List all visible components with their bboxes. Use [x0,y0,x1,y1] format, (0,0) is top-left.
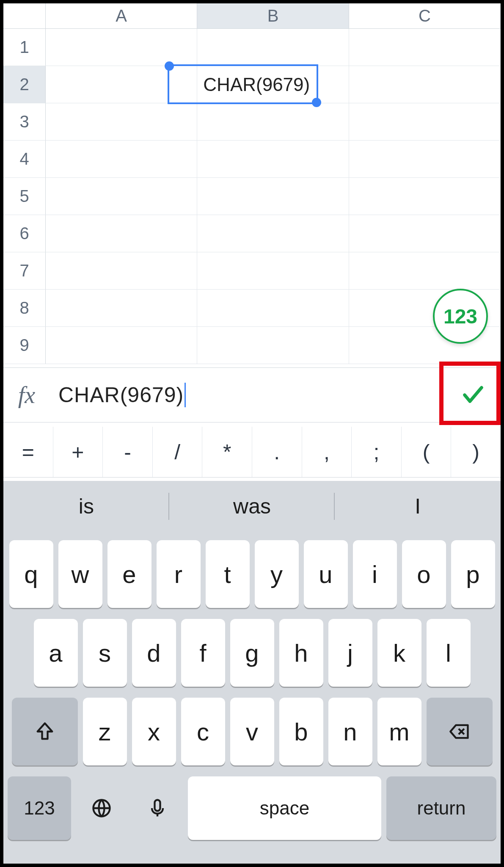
key-w[interactable]: w [58,540,102,608]
row-header-1[interactable]: 1 [3,29,46,66]
cell-A5[interactable] [46,178,197,215]
row-header-2[interactable]: 2 [3,66,46,103]
op-semicolon[interactable]: ; [352,427,402,477]
cell-B7[interactable] [197,252,349,289]
key-z[interactable]: z [83,698,127,765]
shift-icon [34,721,56,743]
select-all-corner[interactable] [3,3,46,28]
cell-C5[interactable] [349,178,501,215]
cell-B9[interactable] [197,327,349,364]
numeric-keypad-button[interactable]: 123 [433,289,488,344]
key-i[interactable]: i [353,540,397,608]
row-header-7[interactable]: 7 [3,252,46,289]
formula-bar: fx CHAR(9679) [3,367,501,422]
row-header-5[interactable]: 5 [3,178,46,215]
key-t[interactable]: t [206,540,250,608]
key-y[interactable]: y [255,540,299,608]
row-header-9[interactable]: 9 [3,327,46,364]
op-asterisk[interactable]: * [202,427,252,477]
cell-B6[interactable] [197,215,349,252]
column-header-C[interactable]: C [349,3,501,28]
cell-C1[interactable] [349,29,501,66]
key-n[interactable]: n [328,698,372,765]
key-c[interactable]: c [181,698,225,765]
cell-A7[interactable] [46,252,197,289]
op-plus[interactable]: + [53,427,103,477]
column-headers: A B C [3,3,501,29]
cell-B1[interactable] [197,29,349,66]
row-header-4[interactable]: 4 [3,141,46,177]
op-lparen[interactable]: ( [402,427,452,477]
key-f[interactable]: f [181,619,225,687]
key-shift[interactable] [12,698,78,765]
op-equals[interactable]: = [3,427,53,477]
cell-C3[interactable] [349,103,501,140]
key-m[interactable]: m [377,698,421,765]
row-5: 5 [3,178,501,215]
key-q[interactable]: q [9,540,53,608]
key-a[interactable]: a [34,619,78,687]
key-k[interactable]: k [377,619,421,687]
key-x[interactable]: x [132,698,176,765]
op-dot[interactable]: . [252,427,302,477]
suggestion-2[interactable]: was [169,481,335,532]
op-minus[interactable]: - [103,427,153,477]
cell-A8[interactable] [46,290,197,326]
key-123[interactable]: 123 [8,776,71,840]
key-h[interactable]: h [279,619,323,687]
backspace-icon [449,721,471,743]
key-u[interactable]: u [304,540,348,608]
key-r[interactable]: r [157,540,201,608]
suggestion-1[interactable]: is [3,481,169,532]
cell-C7[interactable] [349,252,501,289]
cell-A9[interactable] [46,327,197,364]
cell-A2[interactable] [46,66,197,103]
key-d[interactable]: d [132,619,176,687]
suggestion-3[interactable]: I [335,481,501,532]
confirm-button[interactable] [446,374,501,416]
keyboard: q w e r t y u i o p a s d f g h j k l z [3,532,501,864]
key-o[interactable]: o [402,540,446,608]
cell-A4[interactable] [46,141,197,177]
cell-B8[interactable] [197,290,349,326]
cell-C4[interactable] [349,141,501,177]
cell-B5[interactable] [197,178,349,215]
key-b[interactable]: b [279,698,323,765]
key-space[interactable]: space [188,776,381,840]
cell-B3[interactable] [197,103,349,140]
row-8: 8 [3,290,501,327]
cell-C6[interactable] [349,215,501,252]
key-v[interactable]: v [230,698,274,765]
formula-input[interactable]: CHAR(9679) [50,383,446,407]
key-return[interactable]: return [386,776,496,840]
key-backspace[interactable] [427,698,493,765]
op-rparen[interactable]: ) [451,427,501,477]
row-header-6[interactable]: 6 [3,215,46,252]
key-j[interactable]: j [328,619,372,687]
key-l[interactable]: l [427,619,471,687]
keyboard-row-3: z x c v b n m [8,698,496,765]
key-s[interactable]: s [83,619,127,687]
cell-A1[interactable] [46,29,197,66]
key-e[interactable]: e [107,540,151,608]
row-header-8[interactable]: 8 [3,290,46,326]
row-7: 7 [3,252,501,290]
key-g[interactable]: g [230,619,274,687]
row-3: 3 [3,103,501,141]
column-header-B[interactable]: B [197,3,349,28]
keyboard-row-2: a s d f g h j k l [8,619,496,687]
cell-A3[interactable] [46,103,197,140]
row-header-3[interactable]: 3 [3,103,46,140]
cell-C2[interactable] [349,66,501,103]
column-header-A[interactable]: A [46,3,197,28]
cell-A6[interactable] [46,215,197,252]
op-comma[interactable]: , [302,427,352,477]
cell-B2[interactable]: CHAR(9679) [197,66,349,103]
keyboard-row-1: q w e r t y u i o p [8,540,496,608]
key-globe[interactable] [76,776,127,840]
key-p[interactable]: p [451,540,495,608]
grid-rows: 1 2 CHAR(9679) 3 4 [3,29,501,367]
op-slash[interactable]: / [153,427,203,477]
cell-B4[interactable] [197,141,349,177]
key-mic[interactable] [132,776,183,840]
